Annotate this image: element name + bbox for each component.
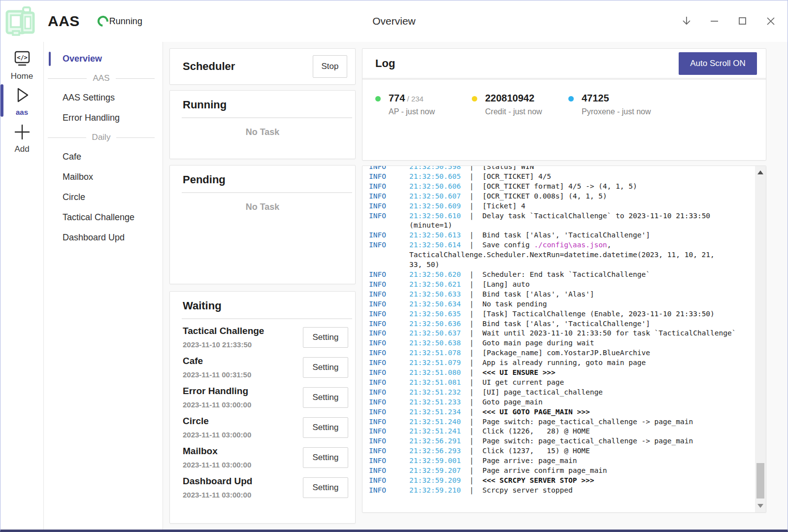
sidebar-item-error-handling[interactable]: Error Handling xyxy=(44,108,163,128)
auto-scroll-button[interactable]: Auto Scroll ON xyxy=(679,52,757,75)
log-separator: | xyxy=(461,202,483,210)
log-message: 21:32:50.607 | [OCR_TICKET 0.008s] (4, 1… xyxy=(409,192,755,201)
log-timestamp: 21:32:50.633 xyxy=(409,290,461,298)
setting-button[interactable]: Setting xyxy=(303,387,348,408)
log-message: 21:32:50.598 | [Status] WIN xyxy=(409,166,755,172)
rail-item-home[interactable]: </> Home xyxy=(0,50,43,81)
log-separator: | xyxy=(461,212,483,220)
sidebar-item-mailbox[interactable]: Mailbox xyxy=(44,167,163,187)
log-separator: | xyxy=(461,368,483,376)
log-level: INFO xyxy=(369,417,409,427)
waiting-task-next-run: 2023-11-11 00:31:50 xyxy=(183,370,251,379)
log-separator: | xyxy=(461,418,483,426)
setting-button[interactable]: Setting xyxy=(303,327,348,348)
log-entry: INFO21:32:50.610 | Delay task `TacticalC… xyxy=(369,211,755,231)
log-level: INFO xyxy=(369,368,409,378)
rail-item-add[interactable]: Add xyxy=(0,124,43,154)
log-message: 21:32:50.606 | [OCR_TICKET format] 4/5 -… xyxy=(409,182,755,192)
sidebar-item-overview[interactable]: Overview xyxy=(44,49,163,69)
log-entry: INFO21:32:51.240 | Page switch: page_tac… xyxy=(369,417,755,427)
log-entry: INFO21:32:56.291 | Page switch: page_tac… xyxy=(369,436,755,446)
waiting-task-row: Cafe2023-11-11 00:31:50Setting xyxy=(183,352,348,382)
log-timestamp: 21:32:50.614 xyxy=(409,241,461,249)
rail-item-aas[interactable]: aas xyxy=(0,86,43,116)
log-message: 21:32:51.240 | Page switch: page_tactica… xyxy=(409,417,755,427)
log-level: INFO xyxy=(369,358,409,368)
sidebar-section-label: Daily xyxy=(86,133,117,142)
log-timestamp: 21:32:50.613 xyxy=(409,231,461,239)
maximize-icon[interactable] xyxy=(737,15,749,27)
stat-value-row: 47125 xyxy=(582,93,651,104)
sidebar-item-label: Mailbox xyxy=(63,172,93,182)
stat-value: 774 xyxy=(389,93,405,103)
minimize-icon[interactable] xyxy=(709,15,721,27)
log-level: INFO xyxy=(369,192,409,201)
setting-button[interactable]: Setting xyxy=(303,447,348,468)
log-timestamp: 21:32:50.610 xyxy=(409,212,461,220)
setting-button[interactable]: Setting xyxy=(303,477,348,498)
log-scrollbar[interactable] xyxy=(755,166,766,512)
setting-button[interactable]: Setting xyxy=(303,417,348,438)
log-level: INFO xyxy=(369,388,409,398)
sidebar-item-dashboard-upd[interactable]: Dashboard Upd xyxy=(44,228,163,248)
log-timestamp: 21:32:51.234 xyxy=(409,408,461,416)
setting-button[interactable]: Setting xyxy=(303,357,348,378)
waiting-task-info: Error Handling2023-11-11 03:00:00 xyxy=(183,386,251,409)
waiting-task-row: Error Handling2023-11-11 03:00:00Setting xyxy=(183,382,348,412)
log-timestamp: 21:32:50.598 xyxy=(409,166,461,170)
scroll-up-icon[interactable] xyxy=(757,170,763,174)
log-separator: | xyxy=(461,359,483,366)
close-icon[interactable] xyxy=(765,15,777,27)
rail-label-home: Home xyxy=(0,71,43,81)
sidebar-item-circle[interactable]: Circle xyxy=(44,187,163,207)
sidebar-item-tactical-challenge[interactable]: Tactical Challenge xyxy=(44,207,163,228)
waiting-task-next-run: 2023-11-11 03:00:00 xyxy=(183,461,251,469)
log-timestamp: 21:32:56.293 xyxy=(409,447,461,455)
waiting-task-name: Dashboard Upd xyxy=(183,476,252,487)
waiting-task-info: Tactical Challenge2023-11-10 21:33:50 xyxy=(183,326,264,349)
sidebar-section-label: AAS xyxy=(87,73,115,83)
log-separator: | xyxy=(461,192,483,200)
arrow-down-icon[interactable] xyxy=(681,15,692,27)
log-timestamp: 21:32:51.079 xyxy=(409,359,461,366)
log-message: 21:32:50.635 | [Task] TacticalChallenge … xyxy=(409,309,755,319)
log-level: INFO xyxy=(369,398,409,407)
sidebar-item-cafe[interactable]: Cafe xyxy=(44,147,163,167)
scroll-down-icon[interactable] xyxy=(757,504,763,508)
waiting-task-list: Tactical Challenge2023-11-10 21:33:50Set… xyxy=(170,319,355,502)
stat-label: Credit - just now xyxy=(485,107,542,116)
log-scrollbar-thumb[interactable] xyxy=(756,463,764,499)
sidebar-item-aas-settings[interactable]: AAS Settings xyxy=(44,88,163,108)
log-message: 21:32:51.232 | [UI] page_tactical_challe… xyxy=(409,388,755,398)
sidebar-item-label: Overview xyxy=(63,54,102,64)
log-file-path: ./config\aas.json xyxy=(534,241,607,249)
running-title: Running xyxy=(183,99,227,111)
log-separator: | xyxy=(461,166,483,170)
log-entry: INFO21:32:59.001 | Page arrive: page_mai… xyxy=(369,456,755,466)
log-entry: INFO21:32:56.293 | Click (1237, 15) @ HO… xyxy=(369,446,755,456)
log-message: 21:32:50.614 | Save config ./config\aas.… xyxy=(409,240,755,270)
stat-dot-icon xyxy=(375,96,381,101)
waiting-task-name: Tactical Challenge xyxy=(183,326,264,336)
stop-button[interactable]: Stop xyxy=(313,55,347,78)
log-message: 21:32:51.078 | [Package_name] com.Yostar… xyxy=(409,348,755,358)
log-separator: | xyxy=(461,280,483,288)
log-level: INFO xyxy=(369,378,409,388)
stat-value: 47125 xyxy=(582,93,609,103)
waiting-task-name: Mailbox xyxy=(183,446,251,457)
app-window: AAS Running Overview xyxy=(0,0,788,532)
log-entry: INFO21:32:50.633 | Bind task ['Alas', 'A… xyxy=(369,290,755,299)
pending-empty-text: No Task xyxy=(170,202,355,212)
waiting-task-next-run: 2023-11-11 03:00:00 xyxy=(183,431,251,439)
app-body: </> Home aas Add OverviewAASAAS Settings… xyxy=(0,42,788,530)
log-separator: | xyxy=(461,427,483,435)
log-level: INFO xyxy=(369,427,409,436)
log-separator: | xyxy=(461,300,483,308)
log-entry: INFO21:32:50.636 | Bind task ['Alas', 'T… xyxy=(369,319,755,329)
log-message: 21:32:56.291 | Page switch: page_tactica… xyxy=(409,436,755,446)
log-timestamp: 21:32:50.638 xyxy=(409,339,461,347)
log-entry: INFO21:32:50.614 | Save config ./config\… xyxy=(369,240,755,270)
log-entry: INFO21:32:50.621 | [Lang] auto xyxy=(369,280,755,290)
log-scroll-area[interactable]: INFO21:32:50.598 | [Status] WININFO21:32… xyxy=(362,166,755,512)
log-level: INFO xyxy=(369,348,409,358)
